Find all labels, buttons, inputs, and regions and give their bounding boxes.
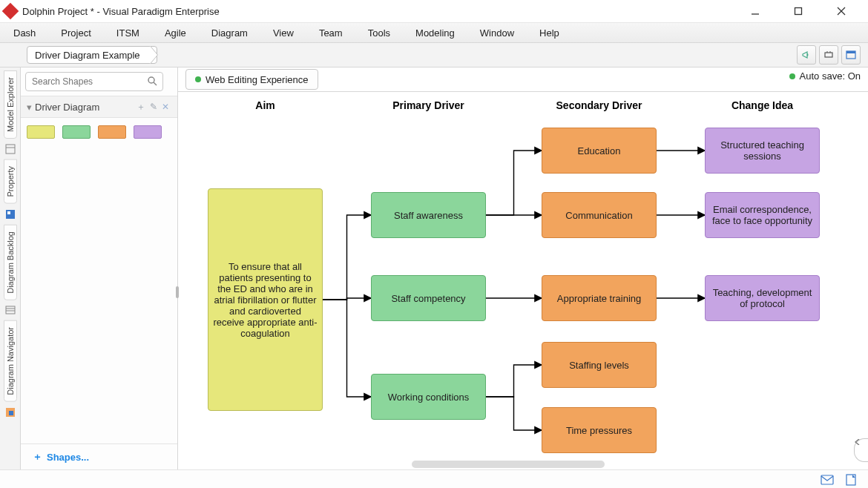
vtab-icon (4, 208, 16, 220)
minimize-button[interactable] (740, 7, 770, 16)
note-icon[interactable] (846, 474, 856, 488)
expand-bubble[interactable] (854, 438, 868, 462)
main-area: Model ExplorerPropertyDiagram BacklogDia… (0, 67, 868, 469)
editor-area: Web Editing Experience Auto save: On Aim… (178, 67, 868, 469)
panel-button[interactable] (841, 45, 861, 65)
app-icon (2, 3, 19, 20)
horizontal-scrollbar[interactable] (412, 461, 605, 468)
collapse-icon: ▾ (27, 102, 32, 113)
svg-rect-21 (846, 475, 855, 485)
menu-view[interactable]: View (273, 27, 294, 39)
change-idea-node[interactable]: Teaching, development of protocol (705, 275, 820, 321)
splitter-handle[interactable] (176, 286, 179, 298)
vtab-model-explorer[interactable]: Model Explorer (4, 70, 17, 139)
menu-modeling[interactable]: Modeling (415, 27, 455, 39)
secondary-driver-node[interactable]: Staffing levels (542, 342, 657, 388)
menu-diagram[interactable]: Diagram (211, 27, 248, 39)
vtab-icon (4, 304, 16, 316)
palette-title: Driver Diagram (35, 102, 99, 113)
svg-rect-8 (846, 51, 855, 53)
palette-header[interactable]: ▾ Driver Diagram ＋ ✎ ✕ (21, 96, 177, 118)
window-title: Dolphin Project * - Visual Paradigm Ente… (22, 6, 740, 17)
add-icon[interactable]: ＋ (134, 101, 148, 113)
vtab-diagram-backlog[interactable]: Diagram Backlog (4, 225, 17, 300)
header-toolbar (797, 45, 861, 65)
shape-aim[interactable] (27, 125, 55, 139)
sub-header: Driver Diagram Example (0, 43, 868, 67)
menu-itsm[interactable]: ITSM (116, 27, 139, 39)
document-tab[interactable]: Web Editing Experience (185, 69, 318, 90)
svg-rect-17 (9, 411, 13, 415)
primary-driver-node[interactable]: Working conditions (371, 374, 486, 420)
edit-icon[interactable]: ✎ (148, 102, 160, 112)
megaphone-icon (801, 50, 812, 60)
vtab-diagram-navigator[interactable]: Diagram Navigator (4, 320, 17, 402)
primary-driver-node[interactable]: Staff awareness (371, 192, 486, 238)
secondary-driver-node[interactable]: Communication (542, 192, 657, 238)
remove-icon[interactable]: ✕ (160, 102, 171, 112)
close-icon (837, 7, 846, 16)
autosave-indicator: Auto save: On (789, 70, 861, 82)
title-bar: Dolphin Project * - Visual Paradigm Ente… (0, 0, 868, 23)
document-tabstrip: Web Editing Experience Auto save: On (178, 67, 868, 92)
svg-rect-9 (6, 145, 15, 154)
change-idea-node[interactable]: Structured teaching sessions (705, 128, 820, 174)
maximize-icon (794, 7, 803, 16)
menu-bar: DashProjectITSMAgileDiagramViewTeamTools… (0, 23, 868, 43)
close-button[interactable] (826, 7, 856, 16)
side-tabs: Model ExplorerPropertyDiagram BacklogDia… (0, 67, 21, 469)
breadcrumb[interactable]: Driver Diagram Example (27, 46, 157, 64)
svg-rect-20 (821, 475, 833, 484)
search-input[interactable] (25, 72, 163, 91)
svg-rect-1 (795, 8, 802, 15)
status-dot-icon (195, 76, 201, 82)
minimize-icon (751, 7, 760, 16)
menu-window[interactable]: Window (480, 27, 514, 39)
vtab-icon (4, 406, 16, 418)
diagram-canvas[interactable]: AimPrimary DriverSecondary DriverChange … (178, 92, 868, 469)
shape-secondary[interactable] (98, 125, 126, 139)
vtab-property[interactable]: Property (4, 159, 17, 204)
secondary-driver-node[interactable]: Education (542, 128, 657, 174)
menu-dash[interactable]: Dash (13, 27, 36, 39)
menu-agile[interactable]: Agile (165, 27, 186, 39)
shapes-link-label: Shapes... (47, 452, 89, 463)
change-idea-node[interactable]: Email correspondence, face to face oppor… (705, 192, 820, 238)
search-row: ⋮ (21, 67, 177, 96)
panel-icon (846, 50, 856, 60)
chevron-left-icon (855, 439, 861, 445)
window-controls (740, 7, 864, 16)
format-button[interactable] (819, 45, 838, 65)
shape-palette (21, 118, 177, 146)
shapes-link[interactable]: ＋ Shapes... (21, 444, 177, 469)
shape-change[interactable] (134, 125, 162, 139)
maximize-button[interactable] (783, 7, 813, 16)
document-tab-label: Web Editing Experience (206, 74, 309, 85)
secondary-driver-node[interactable]: Time pressures (542, 407, 657, 453)
mail-icon[interactable] (821, 475, 834, 487)
format-icon (823, 50, 834, 60)
shapes-panel: ⋮ ▾ Driver Diagram ＋ ✎ ✕ ＋ Shapes... (21, 67, 178, 469)
secondary-driver-node[interactable]: Appropriate training (542, 275, 657, 321)
plus-icon: ＋ (33, 450, 42, 464)
vtab-icon (4, 143, 16, 155)
svg-rect-4 (825, 53, 832, 57)
menu-project[interactable]: Project (61, 27, 91, 39)
primary-driver-node[interactable]: Staff competency (371, 275, 486, 321)
shape-primary[interactable] (62, 125, 91, 139)
svg-rect-12 (7, 211, 10, 214)
status-bar (0, 469, 868, 488)
status-dot-icon (789, 73, 795, 79)
announce-button[interactable] (797, 45, 816, 65)
autosave-label: Auto save: On (800, 70, 861, 82)
aim-node[interactable]: To ensure that all patients presenting t… (208, 188, 323, 411)
menu-help[interactable]: Help (539, 27, 559, 39)
menu-tools[interactable]: Tools (368, 27, 390, 39)
menu-team[interactable]: Team (319, 27, 343, 39)
breadcrumb-label: Driver Diagram Example (35, 50, 140, 61)
svg-rect-13 (6, 306, 15, 314)
